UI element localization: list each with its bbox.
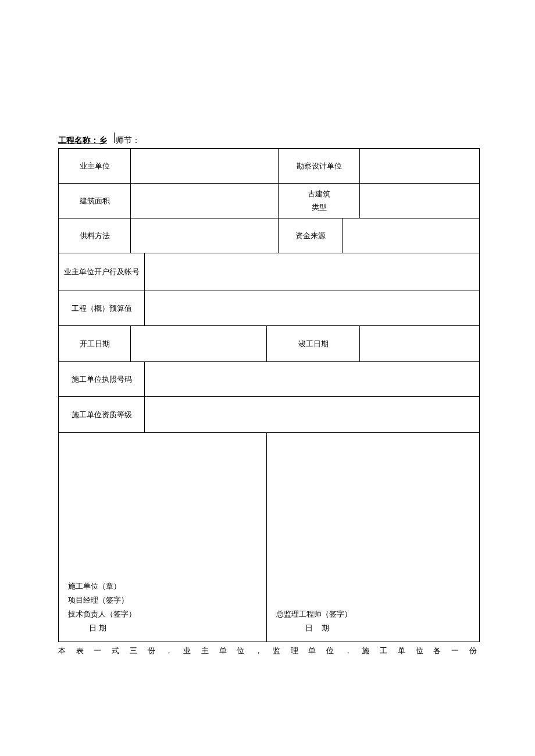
label-owner-bank-account: 业主单位开户行及帐号 [59, 253, 145, 291]
value-owner-unit[interactable] [131, 149, 279, 184]
value-end-date[interactable] [360, 326, 480, 362]
value-contractor-license[interactable] [145, 362, 480, 397]
label-supply-method: 供料方法 [59, 218, 131, 253]
label-budget-value: 工程（概）预算值 [59, 291, 145, 326]
sig-left-date: 日期 [68, 623, 257, 633]
sig-chief-supervisor: 总监理工程师（签字） [276, 609, 470, 619]
value-owner-bank-account[interactable] [145, 253, 480, 291]
label-start-date: 开工日期 [59, 326, 131, 362]
form-title: 工程名称：乡 师节： [58, 132, 477, 146]
value-building-area[interactable] [131, 184, 279, 218]
footer-note: 本表一式三份，业主单位，监理单位，施工单位各一份 [58, 646, 477, 656]
label-contractor-qualification: 施工单位资质等级 [59, 397, 145, 433]
label-fund-source: 资金来源 [279, 218, 343, 253]
sig-tech-lead: 技术负责人（签字） [68, 609, 257, 619]
value-supply-method[interactable] [131, 218, 279, 253]
sig-contractor-seal: 施工单位（章） [68, 581, 257, 592]
label-end-date: 竣工日期 [267, 326, 360, 362]
label-survey-design-unit: 勘察设计单位 [279, 149, 360, 184]
form-table: 业主单位 勘察设计单位 建筑面积 古建筑 类型 供料方法 资金来源 业主单位开户… [58, 148, 480, 642]
label-contractor-license: 施工单位执照号码 [59, 362, 145, 397]
value-fund-source[interactable] [343, 218, 480, 253]
value-building-type[interactable] [360, 184, 480, 218]
signature-left-block[interactable]: 施工单位（章） 项目经理（签字） 技术负责人（签字） 日期 [59, 433, 267, 642]
title-divider [114, 132, 115, 143]
label-building-area: 建筑面积 [59, 184, 131, 218]
sig-right-date: 日 期 [276, 623, 470, 633]
title-suffix: 师节： [116, 135, 140, 146]
value-contractor-qualification[interactable] [145, 397, 480, 433]
signature-right-block[interactable]: 总监理工程师（签字） 日 期 [267, 433, 480, 642]
value-survey-design-unit[interactable] [360, 149, 480, 184]
sig-project-manager: 项目经理（签字） [68, 595, 257, 605]
title-prefix: 工程名称：乡 [58, 135, 107, 146]
label-building-type: 古建筑 类型 [279, 184, 360, 218]
label-owner-unit: 业主单位 [59, 149, 131, 184]
value-start-date[interactable] [131, 326, 267, 362]
value-budget-value[interactable] [145, 291, 480, 326]
